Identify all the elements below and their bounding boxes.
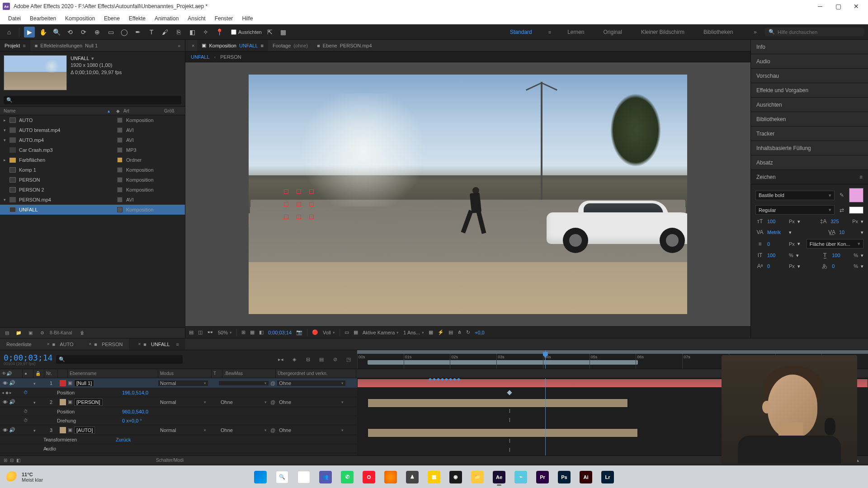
help-search-input[interactable] [778,29,861,35]
motion-blur-icon[interactable]: ⊘ [330,355,340,365]
zeichen-panel-header[interactable]: Zeichen≡ [751,170,868,184]
right-panel-tracker[interactable]: Tracker [751,127,868,141]
in-out-marker-icon[interactable]: I [508,417,511,423]
views-dropdown[interactable]: 1 Ans...▾ [403,330,424,335]
workspace-original[interactable]: Original [601,27,625,37]
taskbar-app-icon[interactable]: ♟ [403,468,422,487]
property-row[interactable]: ⏱Position960,0,540,0 [0,407,357,416]
exposure-value[interactable]: +0,0 [475,330,485,335]
project-settings-icon[interactable]: ⚙ [38,329,46,337]
tsume-value[interactable]: 0 [832,263,851,269]
pickwhip-icon[interactable]: @ [270,427,275,433]
taskbar-app-icon[interactable] [381,468,400,487]
workspace-bibliotheken[interactable]: Bibliotheken [701,27,736,37]
project-list[interactable]: ▸AUTOKomposition▾AUTO bremst.mp4AVI▾AUTO… [0,115,185,327]
alpha-icon[interactable]: ▤ [189,329,193,335]
project-search-input[interactable] [14,98,179,103]
taskbar-app-icon[interactable]: ◉ [446,468,465,487]
kerning-value[interactable]: Metrik [767,230,786,235]
graph-editor-icon[interactable]: ◳ [344,355,354,365]
taskbar-app-icon[interactable]: ▭ [294,468,313,487]
zoom-tool-icon[interactable]: 🔍 [51,27,62,38]
right-panel-vorschau[interactable]: Vorschau [751,69,868,83]
selection-handles[interactable] [284,189,314,219]
layer-bar-person[interactable] [368,399,628,408]
workspace-lernen[interactable]: Lernen [565,27,587,37]
taskbar-app-icon[interactable]: ⌁ [511,468,530,487]
visibility-toggle-icon[interactable]: 👁 [2,380,8,386]
parent-dropdown[interactable]: Ohne▾ [277,380,345,386]
timeline-layer-row[interactable]: 👁🔊 ▾ 1 ▣[Null 1] Normal▾ ▾ @Ohne▾ [0,378,357,388]
layer-bar-auto[interactable] [368,428,638,437]
resolution-dropdown[interactable]: Voll▾ [323,330,335,335]
taskbar-app-icon[interactable]: Ae [490,468,509,487]
toggle-modes-icon[interactable]: ⊟ [10,458,14,463]
timeline-timecode[interactable]: 0;00;03;14 [4,353,52,362]
playhead[interactable] [545,350,546,369]
camera-dropdown[interactable]: Aktive Kamera▾ [363,330,399,335]
reset-exposure-icon[interactable]: ↻ [466,329,470,335]
blend-mode-dropdown[interactable]: Normal▾ [158,399,208,405]
parent-dropdown[interactable]: Ohne▾ [277,399,345,405]
stopwatch-icon[interactable]: ⏱ [24,409,28,414]
comp-mini-flowchart-icon[interactable]: ▸◂ [276,355,286,365]
roi-icon[interactable]: ▭ [344,329,349,335]
guides-icon[interactable]: ▦ [250,329,255,335]
menu-fenster[interactable]: Fenster [210,14,238,23]
track-matte-dropdown[interactable]: Ohne▾ [219,399,269,405]
comp-tab-unfall[interactable]: ▣ Komposition UNFALL ≡ [197,40,268,51]
minimize-button[interactable]: ─ [811,0,829,13]
pickwhip-icon[interactable]: @ [270,380,275,386]
sort-arrow-icon[interactable]: ▴ [108,108,110,113]
visibility-toggle-icon[interactable]: 👁 [2,399,8,405]
audio-toggle-icon[interactable]: 🔊 [9,427,15,433]
home-tool-icon[interactable]: ⌂ [4,27,14,38]
in-out-marker-icon[interactable]: I [508,438,511,444]
taskbar-app-icon[interactable]: Lr [598,468,617,487]
property-group-row[interactable]: ▸Audio [0,444,357,453]
track-matte-dropdown[interactable]: ▾ [219,381,269,385]
project-item[interactable]: ▸AUTOKomposition [0,115,185,125]
project-item[interactable]: UNFALLKomposition [0,205,185,215]
shy-icon[interactable]: ⊟ [303,355,313,365]
visibility-toggle-icon[interactable]: 👁 [2,427,8,433]
right-panel-bibliotheken[interactable]: Bibliotheken [751,112,868,127]
right-panel-effekte-und-vorgaben[interactable]: Effekte und Vorgaben [751,83,868,98]
right-panel-ausrichten[interactable]: Ausrichten [751,98,868,112]
menu-bearbeiten[interactable]: Bearbeiten [25,14,61,23]
eyedropper-icon[interactable]: ✎ [837,191,846,199]
taskbar-app-icon[interactable]: ✆ [338,468,357,487]
taskbar-app-icon[interactable]: O [359,468,378,487]
rotate-tool-icon[interactable]: ⟳ [78,27,89,38]
in-out-marker-icon[interactable]: I [508,447,511,453]
stroke-width-value[interactable]: 0 [767,241,786,247]
close-button[interactable]: ✕ [847,0,865,13]
interpret-footage-icon[interactable]: ▤ [3,329,11,337]
parent-dropdown[interactable]: Ohne▾ [277,427,345,433]
hand-tool-icon[interactable]: ✋ [38,27,48,38]
blend-mode-dropdown[interactable]: Normal▾ [158,380,208,386]
roto-tool-icon[interactable]: ✧ [200,27,211,38]
menu-hilfe[interactable]: Hilfe [237,14,257,23]
channels-icon[interactable]: 🔴 [312,329,318,335]
property-value[interactable]: 960,0,540,0 [118,409,148,414]
text-tool-icon[interactable]: T [146,27,157,38]
menu-ansicht[interactable]: Ansicht [183,14,210,23]
taskbar-app-icon[interactable]: Ai [576,468,595,487]
track-matte-dropdown[interactable]: Ohne▾ [219,427,269,433]
project-item[interactable]: Komp 1Komposition [0,165,185,175]
property-row[interactable]: ⏱Drehung0 x+0,0 ° [0,416,357,425]
project-item[interactable]: PERSONKomposition [0,175,185,185]
draft3d-icon[interactable]: ◈ [289,355,299,365]
toggle-pane-icon[interactable]: ◧ [16,458,20,463]
new-folder-icon[interactable]: 📁 [14,329,23,337]
timeline-layer-row[interactable]: 👁🔊 ▾ 3 ▣[AUTO] Normal▾ Ohne▾ @Ohne▾ [0,425,357,435]
taskbar-app-icon[interactable]: 👥 [316,468,335,487]
breadcrumb-item[interactable]: UNFALL [191,54,210,60]
orbit-tool-icon[interactable]: ⟲ [65,27,75,38]
ellipse-tool-icon[interactable]: ◯ [119,27,130,38]
mask-icon[interactable]: 👓 [207,329,213,335]
swap-colors-icon[interactable]: ⇄ [837,206,846,214]
puppet-tool-icon[interactable]: 📍 [214,27,225,38]
blend-mode-dropdown[interactable]: Normal▾ [158,427,208,433]
